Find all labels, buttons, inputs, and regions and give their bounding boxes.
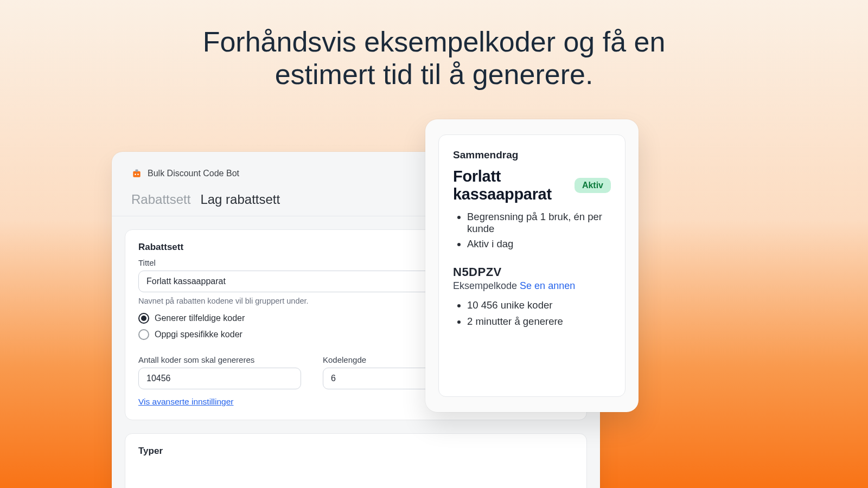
summary-heading: Sammendrag: [453, 149, 611, 161]
list-item: 2 minutter å generere: [467, 316, 611, 328]
types-section-title: Typer: [138, 446, 573, 457]
example-code-caption-text: Eksempelkode: [453, 280, 517, 291]
code-stats-list: 10 456 unike koder 2 minutter å generere: [453, 299, 611, 328]
hero-heading: Forhåndsvis eksempelkoder og få en estim…: [0, 0, 868, 91]
radio-specify-label: Oppgi spesifikke koder: [155, 330, 242, 339]
radio-icon-selected: [138, 313, 149, 324]
types-card: Typer: [125, 433, 587, 488]
hero-line-2: estimert tid til å generere.: [0, 59, 868, 91]
summary-restrictions-list: Begrensning på 1 bruk, én per kunde Akti…: [453, 211, 611, 250]
radio-generate-label: Generer tilfeldige koder: [155, 313, 245, 323]
summary-panel: Sammendrag Forlatt kassaapparat Aktiv Be…: [425, 119, 639, 412]
svg-point-2: [135, 174, 136, 175]
app-name: Bulk Discount Code Bot: [148, 169, 239, 178]
breadcrumb-parent[interactable]: Rabattsett: [131, 192, 190, 207]
summary-title: Forlatt kassaapparat: [453, 168, 568, 203]
status-badge: Aktiv: [575, 178, 611, 193]
example-code-value: N5DPZV: [453, 265, 611, 279]
code-count-input[interactable]: [138, 368, 301, 389]
see-another-link[interactable]: Se en annen: [520, 280, 575, 291]
app-logo-icon: [131, 168, 142, 179]
breadcrumb-current: Lag rabattsett: [200, 192, 280, 207]
list-item: Begrensning på 1 bruk, én per kunde: [467, 211, 611, 235]
summary-card: Sammendrag Forlatt kassaapparat Aktiv Be…: [438, 134, 626, 397]
code-count-label: Antall koder som skal genereres: [138, 355, 301, 364]
example-code-caption: Eksempelkode Se en annen: [453, 280, 611, 292]
example-code-block: N5DPZV Eksempelkode Se en annen 10 456 u…: [453, 265, 611, 328]
hero-line-1: Forhåndsvis eksempelkoder og få en: [0, 26, 868, 59]
svg-rect-1: [136, 170, 138, 172]
svg-point-3: [137, 174, 139, 175]
advanced-settings-link[interactable]: Vis avanserte innstillinger: [138, 397, 233, 407]
svg-rect-0: [133, 171, 140, 177]
radio-icon-unselected: [138, 329, 149, 340]
list-item: Aktiv i dag: [467, 238, 611, 250]
list-item: 10 456 unike koder: [467, 299, 611, 311]
